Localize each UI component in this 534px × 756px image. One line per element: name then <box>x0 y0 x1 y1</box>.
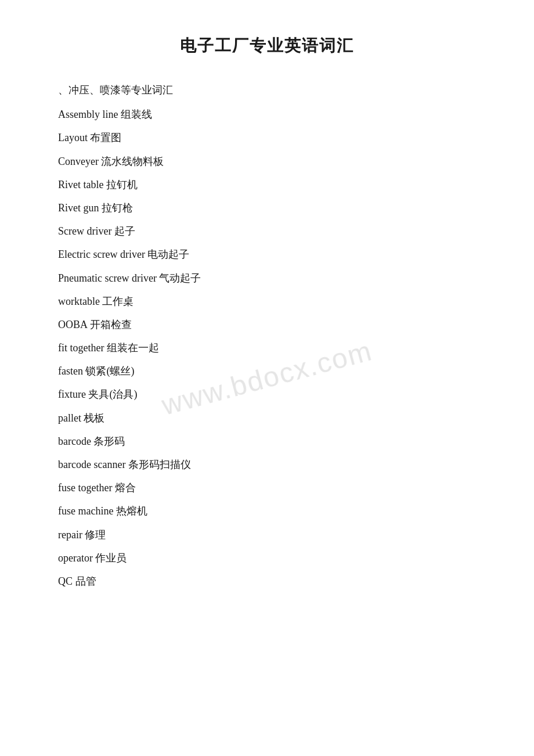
vocab-item: Layout 布置图 <box>58 128 476 147</box>
vocab-item: Screw driver 起子 <box>58 221 476 241</box>
vocab-item: barcode 条形码 <box>58 431 476 451</box>
vocab-item: operator 作业员 <box>58 548 476 568</box>
page-title: 电子工厂专业英语词汇 <box>58 35 476 57</box>
vocab-list: Assembly line 组装线Layout 布置图Conveyer 流水线物… <box>58 105 476 591</box>
vocab-item: repair 修理 <box>58 525 476 545</box>
vocab-item: barcode scanner 条形码扫描仪 <box>58 455 476 474</box>
vocab-item: Assembly line 组装线 <box>58 105 476 124</box>
vocab-item: fixture 夹具(治具) <box>58 384 476 404</box>
vocab-item: Pneumatic screw driver 气动起子 <box>58 268 476 288</box>
vocab-item: Electric screw driver 电动起子 <box>58 244 476 264</box>
vocab-item: Rivet gun 拉钉枪 <box>58 198 476 218</box>
vocab-item: fuse machine 热熔机 <box>58 501 476 521</box>
vocab-item: fit together 组装在一起 <box>58 338 476 358</box>
vocab-item: Rivet table 拉钉机 <box>58 175 476 195</box>
vocab-item: pallet 栈板 <box>58 408 476 428</box>
vocab-item: fasten 锁紧(螺丝) <box>58 361 476 381</box>
vocab-item: QC 品管 <box>58 571 476 591</box>
vocab-item: fuse together 熔合 <box>58 478 476 498</box>
intro-text: 、冲压、喷漆等专业词汇 <box>58 80 476 100</box>
vocab-item: OOBA 开箱检查 <box>58 315 476 334</box>
vocab-item: worktable 工作桌 <box>58 291 476 311</box>
vocab-item: Conveyer 流水线物料板 <box>58 152 476 171</box>
